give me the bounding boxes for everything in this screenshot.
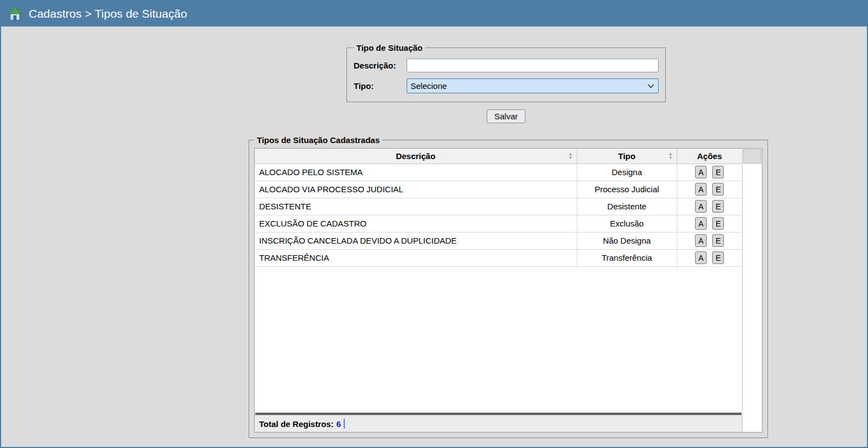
tipo-cell: Transferência: [577, 249, 677, 266]
action-a-button[interactable]: A: [695, 251, 707, 264]
tipo-select[interactable]: Selecione: [407, 78, 659, 93]
acoes-cell: A E: [677, 198, 742, 215]
descricao-input[interactable]: [407, 59, 659, 72]
descricao-cell: ALOCADO VIA PROCESSO JUDICIAL: [255, 181, 577, 198]
column-header-acoes: Ações: [677, 149, 742, 164]
cadastradas-fieldset: Tipos de Situação Cadastradas Descrição …: [249, 135, 768, 438]
table-row: TRANSFERÊNCIA Transferência A E: [255, 249, 742, 266]
action-e-button[interactable]: E: [712, 183, 724, 196]
total-registros-label: Total de Registros:: [259, 419, 334, 429]
table-row: EXCLUSÃO DE CADASTRO Exclusão A E: [255, 215, 742, 232]
form-legend: Tipo de Situação: [354, 43, 425, 52]
descricao-cell: INSCRIÇÃO CANCELADA DEVIDO A DUPLICIDADE: [255, 232, 577, 249]
grid-legend: Tipos de Situação Cadastradas: [254, 135, 382, 145]
save-button[interactable]: Salvar: [487, 109, 526, 123]
acoes-cell: A E: [677, 215, 742, 232]
sort-icon-descricao[interactable]: ▲▼: [569, 152, 573, 160]
column-label-tipo: Tipo: [618, 151, 635, 161]
total-registros-count: 6: [336, 419, 341, 429]
breadcrumb: Cadastros > Tipos de Situação: [29, 7, 187, 20]
grid-main: Descrição ▲▼ Tipo ▲▼ Ações: [255, 149, 742, 432]
form-grid: Descrição: Tipo: Selecione: [354, 59, 659, 93]
table-row: ALOCADO PELO SISTEMA Designa A E: [255, 164, 742, 181]
tipo-cell: Exclusão: [577, 215, 677, 232]
descricao-cell: DESISTENTE: [255, 198, 577, 215]
acoes-cell: A E: [677, 164, 742, 181]
tipo-label: Tipo:: [354, 81, 407, 91]
acoes-cell: A E: [677, 249, 742, 266]
table-header-row: Descrição ▲▼ Tipo ▲▼ Ações: [255, 149, 742, 164]
descricao-cell: ALOCADO PELO SISTEMA: [255, 164, 577, 181]
table-row: ALOCADO VIA PROCESSO JUDICIAL Processo J…: [255, 181, 742, 198]
column-header-tipo[interactable]: Tipo ▲▼: [577, 149, 677, 164]
sort-icon-tipo[interactable]: ▲▼: [669, 152, 673, 160]
tipo-cell: Designa: [577, 164, 677, 181]
grid-empty-space: [255, 267, 742, 413]
tipo-select-wrap: Selecione: [407, 78, 659, 93]
column-header-descricao[interactable]: Descrição ▲▼: [255, 149, 577, 164]
save-row: Salvar: [346, 109, 666, 123]
grid-footer: Total de Registros: 6: [255, 415, 742, 432]
page: Cadastros > Tipos de Situação Tipo de Si…: [0, 0, 868, 448]
acoes-cell: A E: [677, 232, 742, 249]
action-e-button[interactable]: E: [712, 251, 724, 264]
acoes-cell: A E: [677, 181, 742, 198]
descricao-cell: TRANSFERÊNCIA: [255, 249, 577, 266]
header-bar: Cadastros > Tipos de Situação: [1, 1, 867, 27]
action-a-button[interactable]: A: [695, 166, 707, 178]
situacoes-table: Descrição ▲▼ Tipo ▲▼ Ações: [255, 149, 742, 267]
descricao-label: Descrição:: [354, 61, 407, 70]
action-a-button[interactable]: A: [695, 183, 707, 196]
tipo-cell: Não Designa: [577, 232, 677, 249]
action-a-button[interactable]: A: [695, 234, 707, 247]
tipo-cell: Desistente: [577, 198, 677, 215]
house-icon: [7, 6, 23, 22]
vertical-scrollbar-track[interactable]: [742, 149, 762, 432]
action-e-button[interactable]: E: [712, 166, 724, 178]
tipo-situacao-fieldset: Tipo de Situação Descrição: Tipo: Seleci…: [346, 43, 666, 102]
table-row: INSCRIÇÃO CANCELADA DEVIDO A DUPLICIDADE…: [255, 232, 742, 249]
content-area: Tipo de Situação Descrição: Tipo: Seleci…: [1, 43, 867, 438]
action-e-button[interactable]: E: [712, 200, 724, 213]
action-a-button[interactable]: A: [695, 200, 707, 213]
action-a-button[interactable]: A: [695, 217, 707, 230]
tipo-cell: Processo Judicial: [577, 181, 677, 198]
action-e-button[interactable]: E: [712, 234, 724, 247]
text-cursor-indicator: [344, 419, 345, 429]
table-row: DESISTENTE Desistente A E: [255, 198, 742, 215]
column-label-descricao: Descrição: [396, 151, 435, 161]
action-e-button[interactable]: E: [712, 217, 724, 230]
grid-container: Descrição ▲▼ Tipo ▲▼ Ações: [254, 148, 762, 433]
vertical-scrollbar-thumb[interactable]: [743, 149, 761, 164]
descricao-cell: EXCLUSÃO DE CADASTRO: [255, 215, 577, 232]
column-label-acoes: Ações: [697, 151, 722, 161]
